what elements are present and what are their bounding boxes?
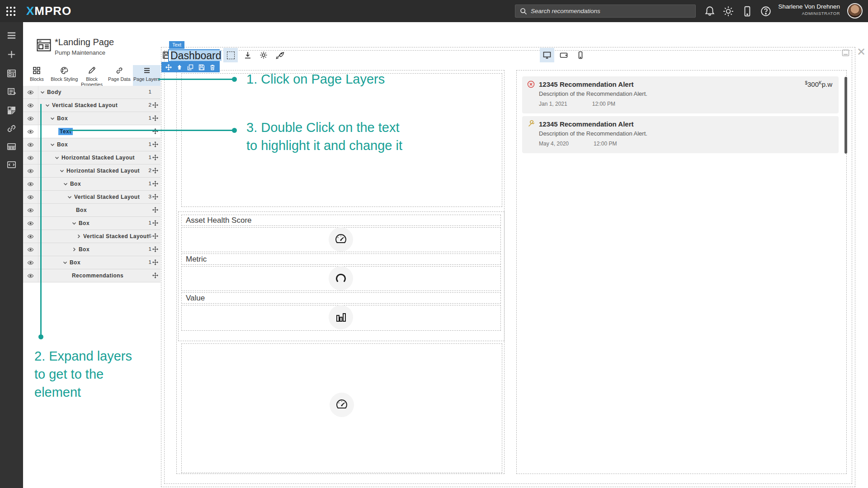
visibility-eye-icon[interactable] xyxy=(23,86,38,99)
layer-row-box[interactable]: Box xyxy=(23,204,160,217)
layer-label[interactable]: Horizontal Stacked Layout xyxy=(61,155,135,161)
recommendation-card[interactable]: 12345 Recommendation AlertDescription of… xyxy=(522,116,839,153)
menu-icon[interactable] xyxy=(6,30,17,41)
download-icon[interactable] xyxy=(241,48,255,62)
data-connections-icon[interactable] xyxy=(6,123,17,134)
layer-label[interactable]: Box xyxy=(79,246,90,253)
layer-row-vertical-stacked-layout[interactable]: Vertical Stacked Layout6 xyxy=(23,230,160,243)
user-avatar[interactable] xyxy=(847,3,863,19)
blocks-library-icon[interactable] xyxy=(6,105,17,116)
tab-blocks[interactable]: Blocks xyxy=(23,65,51,86)
visibility-eye-icon[interactable] xyxy=(23,269,38,282)
caret-down-icon[interactable] xyxy=(67,194,72,200)
drag-move-icon[interactable] xyxy=(152,246,158,252)
visibility-eye-icon[interactable] xyxy=(23,243,38,256)
layer-label[interactable]: Box xyxy=(76,207,87,213)
user-info[interactable]: Sharlene Von Drehnen ADMINISTRATOR xyxy=(778,3,840,16)
layer-row-box[interactable]: Box1 xyxy=(23,256,160,269)
caret-right-icon[interactable] xyxy=(76,234,81,239)
drag-move-icon[interactable] xyxy=(152,272,158,278)
caret-right-icon[interactable] xyxy=(71,247,77,252)
layer-row-box[interactable]: Box1 xyxy=(23,243,160,256)
drag-move-icon[interactable] xyxy=(152,233,158,239)
drag-move-icon[interactable] xyxy=(152,128,158,134)
recommendation-card[interactable]: 12345 Recommendation Alert$300Kp.wDescri… xyxy=(522,76,839,113)
visibility-eye-icon[interactable] xyxy=(23,191,38,203)
visibility-eye-icon[interactable] xyxy=(23,178,38,190)
layer-row-box[interactable]: Box1 xyxy=(23,217,160,230)
widgets-icon[interactable] xyxy=(6,141,17,152)
layer-label[interactable]: Vertical Stacked Layout xyxy=(74,194,140,200)
visibility-eye-icon[interactable] xyxy=(23,204,38,216)
tab-block-styling[interactable]: Block Styling xyxy=(51,65,78,86)
drag-move-icon[interactable] xyxy=(152,168,158,174)
asset-health-score-label[interactable]: Asset Health Score xyxy=(181,215,501,226)
drag-move-icon[interactable] xyxy=(152,194,158,200)
caret-down-icon[interactable] xyxy=(45,103,50,108)
preview-mobile-icon[interactable] xyxy=(573,48,588,62)
metric-label[interactable]: Metric xyxy=(181,253,501,265)
move-element-icon[interactable] xyxy=(165,64,172,70)
caret-down-icon[interactable] xyxy=(71,221,77,226)
visibility-eye-icon[interactable] xyxy=(23,125,38,138)
layer-label[interactable]: Box xyxy=(70,259,80,266)
preview-tablet-icon[interactable] xyxy=(557,48,571,62)
layer-label[interactable]: Box xyxy=(57,141,68,148)
close-window-icon[interactable]: ✕ xyxy=(857,47,866,57)
layer-row-recommendations[interactable]: Recommendations xyxy=(23,269,160,282)
drag-move-icon[interactable] xyxy=(152,102,158,108)
visibility-eye-icon[interactable] xyxy=(23,138,38,151)
page-settings-gear-icon[interactable] xyxy=(256,48,271,62)
tab-block-properties[interactable]: Block Properties xyxy=(78,65,106,86)
layer-label[interactable]: Vertical Stacked Layout xyxy=(52,102,118,108)
layer-row-vertical-stacked-layout[interactable]: Vertical Stacked Layout2 xyxy=(23,99,160,112)
dashboard-text[interactable]: Dashboard xyxy=(170,50,222,61)
move-up-icon[interactable] xyxy=(176,64,183,70)
visibility-eye-icon[interactable] xyxy=(23,230,38,243)
recommendations-scrollbar[interactable] xyxy=(844,77,847,154)
tab-page-data[interactable]: Page Data xyxy=(105,65,133,86)
drag-move-icon[interactable] xyxy=(152,259,158,265)
forms-icon[interactable] xyxy=(6,86,17,97)
layer-row-box[interactable]: Box1 xyxy=(23,112,160,125)
app-pages-icon[interactable] xyxy=(6,68,17,79)
marquee-select-icon[interactable] xyxy=(223,48,238,62)
layer-label[interactable]: Box xyxy=(79,220,90,226)
visibility-eye-icon[interactable] xyxy=(23,217,38,230)
search-input[interactable] xyxy=(531,8,691,14)
layer-label[interactable]: Body xyxy=(47,89,61,95)
minimize-window-icon[interactable] xyxy=(842,49,849,56)
visibility-eye-icon[interactable] xyxy=(23,256,38,269)
layer-label[interactable]: Vertical Stacked Layout xyxy=(83,233,149,239)
add-icon[interactable] xyxy=(6,49,17,60)
notifications-bell-icon[interactable] xyxy=(704,5,716,17)
visibility-eye-icon[interactable] xyxy=(23,164,38,177)
layer-label[interactable]: Box xyxy=(57,115,68,122)
layer-row-horizontal-stacked-layout[interactable]: Horizontal Stacked Layout2 xyxy=(23,164,160,178)
app-launcher-icon[interactable] xyxy=(5,6,16,17)
layer-row-box[interactable]: Box1 xyxy=(23,138,160,151)
drag-move-icon[interactable] xyxy=(152,115,158,121)
caret-down-icon[interactable] xyxy=(59,168,65,174)
caret-down-icon[interactable] xyxy=(40,89,45,95)
layer-row-vertical-stacked-layout[interactable]: Vertical Stacked Layout3 xyxy=(23,191,160,204)
layer-row-horizontal-stacked-layout[interactable]: Horizontal Stacked Layout1 xyxy=(23,151,160,164)
search-bar[interactable] xyxy=(515,5,696,18)
caret-down-icon[interactable] xyxy=(50,142,55,147)
save-element-icon[interactable] xyxy=(198,64,205,70)
empty-top-box[interactable] xyxy=(181,73,502,207)
visibility-eye-icon[interactable] xyxy=(23,151,38,164)
caret-down-icon[interactable] xyxy=(50,116,55,121)
tab-page-layers[interactable]: Page Layers xyxy=(133,65,160,86)
publish-rocket-icon[interactable] xyxy=(273,48,287,62)
drag-move-icon[interactable] xyxy=(152,207,158,213)
drag-move-icon[interactable] xyxy=(152,220,158,226)
visibility-eye-icon[interactable] xyxy=(23,99,38,112)
layer-label[interactable]: Horizontal Stacked Layout xyxy=(66,168,140,174)
drag-move-icon[interactable] xyxy=(152,155,158,160)
preview-desktop-icon[interactable] xyxy=(540,48,554,62)
layer-row-text[interactable]: Text xyxy=(23,125,160,138)
caret-down-icon[interactable] xyxy=(62,260,68,265)
value-label[interactable]: Value xyxy=(181,292,501,304)
code-view-icon[interactable] xyxy=(6,160,17,170)
